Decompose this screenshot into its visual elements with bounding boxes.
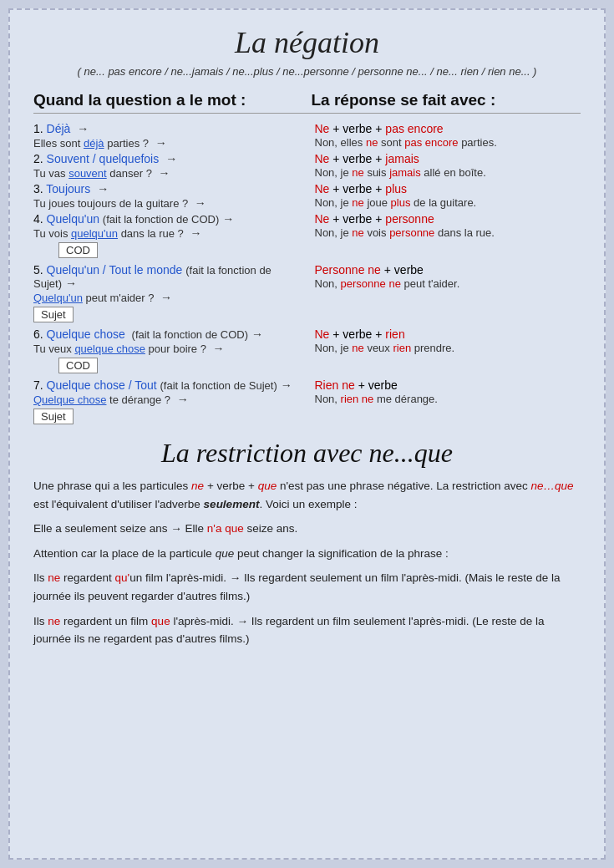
row-1-example: Elles sont déjà parties ? → (33, 136, 300, 150)
page-container: La négation ( ne... pas encore / ne...ja… (8, 8, 606, 860)
row-3-number: 3. Toujours → (33, 182, 300, 195)
row-5-formula: Personne ne + verbe (315, 263, 581, 277)
row-2: 2. Souvent / quelquefois → Tu vas souven… (33, 152, 581, 180)
main-title: La négation (33, 25, 581, 60)
row-7: 7. Quelque chose / Tout (fait la fonctio… (33, 378, 581, 428)
sujet-box-7: Sujet (33, 409, 74, 424)
row-5-response: Non, personne ne peut t'aider. (315, 277, 581, 290)
row-3-example: Tu joues toujours de la guitare ? → (33, 196, 300, 210)
row-1-formula: Ne + verbe + pas encore (315, 122, 581, 135)
row-6-response: Non, je ne veux rien prendre. (315, 342, 581, 354)
row-4: 4. Quelqu'un (fait la fonction de COD)→ … (33, 212, 581, 261)
row-3-left: 3. Toujours → Tu joues toujours de la gu… (33, 182, 307, 211)
row-5-left: 5. Quelqu'un / Tout le monde (fait la fo… (33, 263, 307, 326)
sujet-box-5: Sujet (33, 307, 74, 322)
row-5: 5. Quelqu'un / Tout le monde (fait la fo… (33, 263, 581, 326)
row-2-example: Tu vas souvent danser ? → (33, 166, 300, 180)
restriction-para-5: Ils ne regardent un film que l'après-mid… (33, 612, 581, 648)
subtitle: ( ne... pas encore / ne...jamais / ne...… (33, 65, 581, 78)
row-1-label: Déjà (47, 122, 71, 135)
row-3: 3. Toujours → Tu joues toujours de la gu… (33, 182, 581, 211)
row-6-left: 6. Quelque chose (fait la fonction de CO… (33, 327, 307, 377)
row-1-response: Non, elles ne sont pas encore parties. (315, 136, 581, 149)
restriction-title: La restriction avec ne...que (33, 438, 581, 469)
left-column-header: Quand la question a le mot : (33, 91, 303, 109)
row-4-left: 4. Quelqu'un (fait la fonction de COD)→ … (33, 212, 307, 261)
row-1-right: Ne + verbe + pas encore Non, elles ne so… (307, 122, 581, 150)
row-3-response: Non, je ne joue plus de la guitare. (315, 196, 581, 209)
row-7-right: Rien ne + verbe Non, rien ne me dérange. (307, 378, 581, 428)
row-2-formula: Ne + verbe + jamais (315, 152, 581, 165)
restriction-para-4: Ils ne regardent qu'un film l'après-midi… (33, 569, 581, 605)
row-4-formula: Ne + verbe + personne (315, 212, 581, 226)
right-column-header: La réponse se fait avec : (303, 91, 581, 109)
row-2-right: Ne + verbe + jamais Non, je ne suis jama… (307, 152, 581, 180)
row-4-right: Ne + verbe + personne Non, je ne vois pe… (307, 212, 581, 261)
row-1: 1. Déjà → Elles sont déjà parties ? → Ne… (33, 122, 581, 150)
row-7-example: Quelque chose te dérange ? → (33, 393, 300, 406)
row-4-cod-box-wrapper: COD (33, 241, 300, 261)
cod-box-4: COD (58, 242, 98, 258)
row-7-formula: Rien ne + verbe (315, 378, 581, 392)
row-6-right: Ne + verbe + rien Non, je ne veux rien p… (307, 327, 581, 377)
row-5-number: 5. Quelqu'un / Tout le monde (fait la fo… (33, 263, 300, 290)
restriction-body: Une phrase qui a les particules ne + ver… (33, 477, 581, 648)
row-6-formula: Ne + verbe + rien (315, 327, 581, 341)
row-4-response: Non, je ne vois personne dans la rue. (315, 226, 581, 239)
restriction-para-3: Attention car la place de la particule q… (33, 545, 581, 563)
row-5-example: Quelqu'un peut m'aider ? → (33, 291, 300, 304)
row-3-right: Ne + verbe + plus Non, je ne joue plus d… (307, 182, 581, 211)
row-6: 6. Quelque chose (fait la fonction de CO… (33, 327, 581, 377)
row-4-number: 4. Quelqu'un (fait la fonction de COD)→ (33, 212, 300, 226)
row-7-number: 7. Quelque chose / Tout (fait la fonctio… (33, 378, 300, 392)
row-2-response: Non, je ne suis jamais allé en boîte. (315, 166, 581, 179)
row-2-number: 2. Souvent / quelquefois → (33, 152, 300, 165)
columns-header: Quand la question a le mot : La réponse … (33, 91, 581, 114)
cod-box-6: COD (58, 358, 98, 373)
row-1-number: 1. Déjà → (33, 122, 300, 135)
row-1-left: 1. Déjà → Elles sont déjà parties ? → (33, 122, 307, 150)
row-5-right: Personne ne + verbe Non, personne ne peu… (307, 263, 581, 326)
row-5-sujet-box-wrapper: Sujet (33, 305, 300, 326)
row-3-formula: Ne + verbe + plus (315, 182, 581, 195)
restriction-para-2: Elle a seulement seize ans → Elle n'a qu… (33, 520, 581, 538)
row-6-number: 6. Quelque chose (fait la fonction de CO… (33, 327, 300, 341)
row-2-left: 2. Souvent / quelquefois → Tu vas souven… (33, 152, 307, 180)
row-4-example: Tu vois quelqu'un dans la rue ? → (33, 226, 300, 240)
row-7-sujet-box-wrapper: Sujet (33, 407, 300, 428)
row-6-cod-box-wrapper: COD (33, 356, 300, 377)
row-7-response: Non, rien ne me dérange. (315, 393, 581, 405)
row-7-left: 7. Quelque chose / Tout (fait la fonctio… (33, 378, 307, 428)
row-6-example: Tu veux quelque chose pour boire ? → (33, 342, 300, 355)
restriction-para-1: Une phrase qui a les particules ne + ver… (33, 477, 581, 513)
